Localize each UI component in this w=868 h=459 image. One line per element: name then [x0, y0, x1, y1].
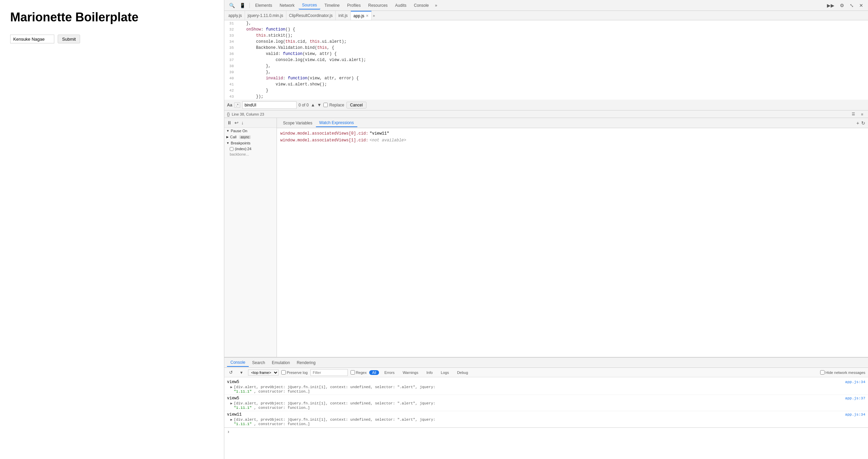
pause-resume-btn[interactable]: ⏸ [226, 119, 232, 126]
hide-network-checkbox[interactable] [820, 370, 825, 375]
refresh-watch-btn[interactable]: ↻ [861, 120, 865, 126]
settings-icon-btn[interactable]: ⚙ [838, 1, 846, 9]
search-next-btn[interactable]: ▼ [317, 102, 322, 107]
close-devtools-btn[interactable]: ✕ [857, 1, 865, 9]
preserve-log-text: Preserve log [287, 371, 308, 375]
console-tab-emulation[interactable]: Emulation [268, 359, 293, 366]
level-warnings-btn[interactable]: Warnings [400, 370, 421, 375]
console-toolbar: ↺ ▼ <top frame> Preserve log Regex All E… [224, 368, 868, 377]
msg-0-arrow[interactable]: ▶ [230, 385, 232, 389]
search-prev-btn[interactable]: ▲ [311, 102, 315, 107]
console-input[interactable] [232, 430, 865, 434]
watch-val-1: <not available> [370, 137, 406, 144]
form-row: Submit [10, 35, 214, 43]
console-filter-input[interactable] [310, 369, 348, 376]
msg-1-arrow[interactable]: ▶ [230, 401, 232, 405]
page-content: Marionette Boilerplate Submit [0, 0, 224, 459]
console-prompt: › [224, 427, 868, 436]
code-line-33: 33 this.stickit(); [224, 33, 868, 39]
regex-toggle[interactable]: .* [234, 102, 240, 108]
level-debug-btn[interactable]: Debug [454, 370, 471, 375]
msg-0-text: view5 [227, 380, 845, 384]
call-stack-arrow: ▶ [226, 135, 229, 139]
level-errors-btn[interactable]: Errors [382, 370, 397, 375]
search-icon-btn[interactable]: 🔍 [227, 1, 237, 9]
aa-label: Aa [227, 103, 232, 107]
status-btn-1[interactable]: ☰ [850, 111, 857, 118]
dock-icon-btn[interactable]: ⤡ [848, 1, 856, 9]
regex-label: Regex [351, 370, 367, 375]
debugger-sidebar: ⏸ ↩ ↓ ▼ Pause On ▶ Call async ▼ Breakpoi… [224, 118, 277, 357]
pause-on-label: Pause On [231, 129, 247, 133]
level-logs-btn[interactable]: Logs [438, 370, 452, 375]
step-into-btn[interactable]: ↓ [241, 119, 244, 126]
code-line-43: 43 }); [224, 94, 868, 100]
submit-button[interactable]: Submit [58, 35, 80, 43]
source-tab-apply[interactable]: apply.js [226, 11, 245, 20]
call-stack-section[interactable]: ▶ Call async [224, 134, 277, 140]
source-tab-overflow[interactable]: » [372, 14, 376, 18]
devtools-toolbar: 🔍 📱 Elements Network Sources Timeline Pr… [224, 0, 868, 11]
console-filter-btn[interactable]: ▼ [238, 369, 245, 376]
tab-more[interactable]: » [433, 2, 439, 9]
tab-profiles[interactable]: Profiles [344, 2, 364, 9]
source-tab-clipresult[interactable]: ClipResultCoordinator.js [286, 11, 336, 20]
tab-sources[interactable]: Sources [299, 1, 320, 9]
console-tab-rendering[interactable]: Rendering [293, 359, 319, 366]
search-input[interactable] [242, 101, 297, 109]
console-reload-btn[interactable]: ↺ [227, 368, 235, 376]
tab-timeline[interactable]: Timeline [321, 2, 343, 9]
breakpoints-section[interactable]: ▼ Breakpoints [224, 140, 277, 146]
pause-on-section[interactable]: ▼ Pause On [224, 128, 277, 134]
search-count: 0 of 0 [299, 103, 309, 107]
source-tab-init[interactable]: init.js [336, 11, 351, 20]
name-input[interactable] [10, 35, 54, 43]
tab-watch-expressions[interactable]: Watch Expressions [316, 119, 357, 127]
msg-1-text: view5 [227, 396, 845, 401]
console-tabs: Console Search Emulation Rendering [224, 358, 868, 368]
preserve-log-checkbox[interactable] [281, 370, 286, 375]
replace-checkbox[interactable] [323, 103, 328, 107]
msg-1-file[interactable]: app.js:37 [845, 396, 865, 400]
add-watch-btn[interactable]: + [856, 120, 859, 126]
msg-1-detail: "1.11.1" , constructor: function…] [224, 406, 868, 410]
source-tab-close-icon[interactable]: ✕ [366, 14, 369, 18]
frame-select[interactable]: <top frame> [248, 370, 279, 376]
breakpoint-checkbox-0[interactable] [230, 147, 233, 151]
msg-2-expand-text: [div.alert, prevObject: jQuery.fn.init[1… [234, 418, 435, 422]
source-tab-jquery[interactable]: jquery-1.11.0.min.js [245, 11, 286, 20]
regex-text: Regex [356, 371, 367, 375]
mobile-icon-btn[interactable]: 📱 [238, 1, 247, 9]
code-line-37: 37 console.log(view.cid, view.ui.alert); [224, 57, 868, 63]
step-over-btn[interactable]: ↩ [234, 119, 239, 126]
regex-checkbox[interactable] [351, 370, 355, 375]
tab-scope-variables[interactable]: Scope Variables [280, 119, 316, 127]
console-tab-search[interactable]: Search [249, 359, 268, 366]
tab-elements[interactable]: Elements [252, 2, 276, 9]
level-all-btn[interactable]: All [369, 370, 379, 375]
status-btn-2[interactable]: ≡ [859, 111, 865, 118]
msg-2-arrow[interactable]: ▶ [230, 418, 232, 422]
msg-0-file[interactable]: app.js:34 [845, 380, 865, 384]
level-info-btn[interactable]: Info [424, 370, 435, 375]
backbone-label: backbone... [230, 152, 249, 156]
console-tab-console[interactable]: Console [227, 359, 249, 367]
source-tab-app[interactable]: app.js ✕ [351, 11, 372, 20]
watch-val-0: "view11" [370, 130, 389, 137]
watch-key-1: window.model.associatedViews[1].cid: [280, 137, 368, 144]
tab-resources[interactable]: Resources [365, 2, 391, 9]
search-cancel-btn[interactable]: Cancel [346, 102, 366, 108]
tab-console[interactable]: Console [411, 2, 432, 9]
run-snippets-btn[interactable]: ▶▶ [825, 1, 836, 9]
code-line-35: 35 Backbone.Validation.bind(this, { [224, 45, 868, 51]
tab-network[interactable]: Network [276, 2, 298, 9]
source-tab-app-label: app.js [354, 14, 364, 18]
status-bar-right: ☰ ≡ [850, 111, 865, 118]
replace-checkbox-label: Replace [323, 103, 344, 107]
watch-expr-1: window.model.associatedViews[1].cid: <no… [280, 137, 865, 144]
code-line-42: 42 } [224, 87, 868, 94]
msg-1-expand: ▶ [div.alert, prevObject: jQuery.fn.init… [224, 401, 868, 406]
tab-audits[interactable]: Audits [392, 2, 410, 9]
console-msg-1: view5 app.js:37 ▶ [div.alert, prevObject… [224, 395, 868, 411]
msg-2-file[interactable]: app.js:34 [845, 413, 865, 417]
